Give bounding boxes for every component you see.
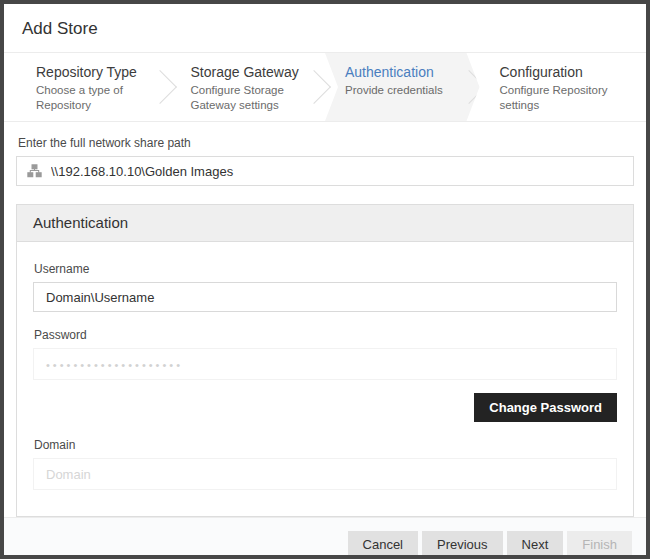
authentication-panel: Authentication Username Password •••••••… <box>16 204 634 517</box>
next-button[interactable]: Next <box>507 531 564 557</box>
network-share-icon <box>27 164 42 178</box>
share-path-label: Enter the full network share path <box>18 136 632 150</box>
cancel-button[interactable]: Cancel <box>348 531 418 557</box>
password-field[interactable]: •••••••••••••••••••• <box>33 348 617 380</box>
share-path-input[interactable] <box>51 164 623 179</box>
password-masked-value: •••••••••••••••••••• <box>46 357 183 371</box>
dialog-title: Add Store <box>22 19 628 39</box>
step-subtitle: Provide credentials <box>345 83 470 98</box>
previous-button[interactable]: Previous <box>422 531 503 557</box>
step-title: Configuration <box>500 63 625 82</box>
step-subtitle: Configure Repository settings <box>500 83 625 113</box>
domain-label: Domain <box>34 438 616 452</box>
step-subtitle: Configure Storage Gateway settings <box>191 83 316 113</box>
step-repository-type[interactable]: Repository Type Choose a type of Reposit… <box>16 53 171 121</box>
dialog-header: Add Store <box>4 4 646 53</box>
step-title: Repository Type <box>36 63 161 82</box>
share-path-field <box>16 156 634 186</box>
finish-button[interactable]: Finish <box>567 531 632 557</box>
domain-placeholder: Domain <box>46 467 91 482</box>
step-subtitle: Choose a type of Repository <box>36 83 161 113</box>
step-title: Authentication <box>345 63 470 82</box>
dialog-footer: Cancel Previous Next Finish <box>4 517 646 559</box>
step-storage-gateway[interactable]: Storage Gateway Configure Storage Gatewa… <box>171 53 326 121</box>
domain-field[interactable]: Domain <box>33 458 617 490</box>
authentication-panel-header: Authentication <box>17 205 633 242</box>
dialog-content: Enter the full network share path Authen… <box>4 122 646 517</box>
change-password-button[interactable]: Change Password <box>474 393 617 422</box>
step-configuration[interactable]: Configuration Configure Repository setti… <box>480 53 635 121</box>
username-label: Username <box>34 262 616 276</box>
add-store-dialog: Add Store Repository Type Choose a type … <box>0 0 650 559</box>
username-input[interactable] <box>33 282 617 312</box>
wizard-steps: Repository Type Choose a type of Reposit… <box>4 53 646 122</box>
authentication-panel-title: Authentication <box>33 214 617 231</box>
authentication-panel-body: Username Password •••••••••••••••••••• C… <box>17 242 633 516</box>
change-password-row: Change Password <box>33 393 617 422</box>
step-authentication[interactable]: Authentication Provide credentials <box>325 53 480 121</box>
password-label: Password <box>34 328 616 342</box>
step-title: Storage Gateway <box>191 63 316 82</box>
